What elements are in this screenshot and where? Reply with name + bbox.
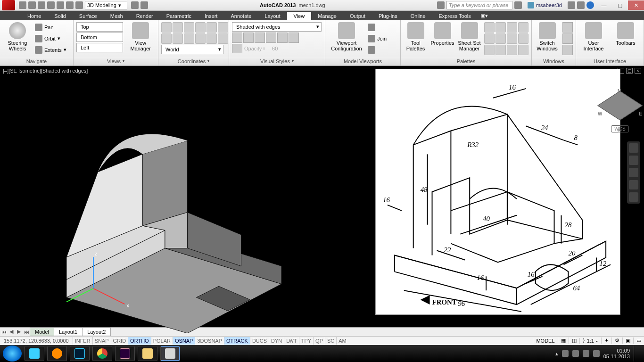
ucs-icon[interactable] [184,33,194,44]
tile-v-icon[interactable] [562,33,573,44]
layout-last-icon[interactable]: ⏭ [23,329,30,335]
minimize-button[interactable]: — [596,0,612,10]
view-bottom-select[interactable]: Bottom [76,33,123,42]
anno-scale[interactable]: ⦚ 1:1 ▾ [579,338,601,344]
status-icon[interactable]: ▭ [633,337,644,344]
view-left-select[interactable]: Left [76,43,123,52]
viewport-config-button[interactable]: Viewport Configuration [328,22,365,51]
view-manager-button[interactable]: View Manager [126,22,155,51]
layout-next-icon[interactable]: ▶ [15,329,23,335]
palette-icon[interactable] [484,33,495,44]
opacity-icon[interactable] [232,44,242,53]
vs-icon[interactable] [266,33,276,43]
tab-mesh[interactable]: Mesh [104,12,130,20]
taskbar-app-autocad[interactable] [160,346,180,361]
palette-icon[interactable] [507,45,517,55]
tray-network-icon[interactable] [572,350,579,357]
viewcube-cube[interactable] [597,90,643,120]
space-toggle[interactable]: MODEL [533,338,557,344]
app-menu-button[interactable] [2,0,15,10]
ucs-icon[interactable] [161,22,172,33]
tab-manage[interactable]: Manage [311,12,343,20]
status-toggle-otrack[interactable]: OTRACK [224,337,250,345]
qat-undo-icon[interactable] [66,1,74,9]
viewcube-w[interactable]: W [598,111,602,116]
ribbon-extra-icon[interactable]: ▣▾ [478,11,491,20]
workspace-select[interactable]: 3D Modeling ▾ [85,1,127,9]
tab-surface[interactable]: Surface [73,12,104,20]
taskbar-app-ie[interactable] [25,346,44,361]
tab-solid[interactable]: Solid [48,12,72,20]
status-toggle-ducs[interactable]: DUCS [250,337,269,345]
ucs-icon[interactable] [184,22,194,33]
status-toggle-dyn[interactable]: DYN [269,337,284,345]
orbit-button[interactable]: Orbit▾ [35,33,66,44]
nav-pan-icon[interactable] [629,156,638,165]
tab-home[interactable]: Home [21,12,48,20]
status-icon[interactable]: ✦ [601,337,611,344]
palette-icon[interactable] [518,22,528,33]
search-go-icon[interactable] [514,1,522,9]
vp-close-icon[interactable]: × [635,68,641,74]
status-toggle-ortho[interactable]: ORTHO [128,337,151,345]
pan-button[interactable]: Pan [35,22,66,33]
vs-icon[interactable] [255,33,265,43]
palette-icon[interactable] [495,33,506,44]
qat-new-icon[interactable] [19,1,26,9]
taskbar-app-explorer[interactable] [138,346,157,361]
status-toggle-grid[interactable]: GRID [111,337,128,345]
ucs-icon[interactable] [206,33,217,44]
palette-icon[interactable] [507,22,517,33]
ucs-icon[interactable] [161,33,172,44]
qat-extra1-icon[interactable] [131,1,139,9]
palette-icon[interactable] [484,45,495,55]
ucs-icon[interactable] [218,33,228,44]
status-icon[interactable]: ▣ [622,337,633,344]
tile-h-icon[interactable] [562,22,573,33]
taskbar-app-wmp[interactable] [47,346,67,361]
vp-max-icon[interactable]: ▢ [626,68,633,74]
join-button[interactable]: Join [368,33,387,44]
clock[interactable]: 01:09 05-11-2013 [603,348,630,359]
viewcube-s[interactable]: S [618,128,621,133]
status-toggle-polar[interactable]: POLAR [151,337,173,345]
switch-windows-button[interactable]: Switch Windows [535,22,560,51]
qat-extra2-icon[interactable] [140,1,148,9]
named-ucs-select[interactable]: World ▾ [161,45,223,54]
layout-prev-icon[interactable]: ◀ [8,329,15,335]
panel-expand-icon[interactable]: ▾ [123,59,124,63]
restore-viewport-button[interactable] [368,45,387,55]
viewcube[interactable]: N W E S WCS [600,90,640,132]
tray-expand-icon[interactable]: ▴ [555,351,558,357]
panel-expand-icon[interactable]: ▾ [207,59,209,63]
steering-wheels-button[interactable]: Steering Wheels [3,22,32,51]
nav-fullnav-icon[interactable] [629,143,638,153]
tray-volume-icon[interactable] [583,350,589,357]
exchange-icon[interactable] [568,1,575,9]
qat-open-icon[interactable] [28,1,36,9]
tab-insert[interactable]: Insert [198,12,224,20]
maximize-button[interactable]: ▢ [612,0,628,10]
extents-button[interactable]: Extents▾ [35,45,66,55]
toolbars-button[interactable]: Toolbars [611,22,640,46]
palette-icon[interactable] [518,33,528,44]
status-toggle-snap[interactable]: SNAP [92,337,111,345]
tab-plugins[interactable]: Plug-ins [372,12,404,20]
named-viewport-button[interactable] [368,22,387,33]
status-toggle-sc[interactable]: SC [325,337,336,345]
palette-icon[interactable] [484,22,495,33]
infocenter-icon[interactable] [437,1,445,9]
status-icon[interactable]: ⚙ [611,337,622,344]
help-icon[interactable] [586,1,594,9]
vs-icon[interactable] [289,33,299,43]
taskbar-app-premiere[interactable] [115,346,135,361]
show-desktop-button[interactable] [634,346,637,362]
qat-redo-icon[interactable] [75,1,83,9]
vs-icon[interactable] [232,33,242,43]
close-button[interactable]: ✕ [628,0,644,10]
status-toggle-lwt[interactable]: LWT [284,337,298,345]
ucs-icon[interactable] [218,22,228,33]
status-toggle-qp[interactable]: QP [313,337,325,345]
status-icon[interactable]: ▦ [558,337,569,344]
cascade-icon[interactable] [562,45,573,55]
